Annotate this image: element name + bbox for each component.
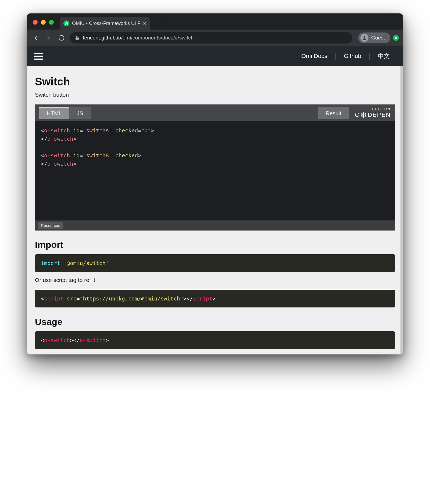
codepen-logo: CDEPEN (355, 111, 391, 118)
svg-point-0 (364, 36, 366, 38)
browser-window: W OMIU - Cross-Frameworks UI F × + tence… (27, 13, 403, 354)
nav-separator: │ (334, 53, 338, 60)
tab-title: OMIU - Cross-Frameworks UI F (72, 21, 140, 26)
header-nav: Omi Docs │ Github │ 中文 (295, 52, 396, 60)
codepen-tabbar: HTML JS Result EDIT ON CDEPEN (35, 104, 395, 121)
nav-separator: │ (368, 53, 371, 60)
code-usage: <o-switch></o-switch> (35, 331, 395, 349)
page-content: Switch Switch button HTML JS Result EDIT… (27, 66, 403, 354)
codepen-edit-label: EDIT ON (372, 107, 391, 111)
new-tab-button[interactable]: + (154, 18, 164, 28)
avatar-icon (360, 34, 368, 42)
app-header: Omi Docs │ Github │ 中文 (27, 46, 403, 66)
window-controls (31, 20, 58, 30)
lock-icon (75, 35, 80, 40)
window-zoom-icon[interactable] (49, 20, 54, 25)
profile-label: Guest (371, 35, 385, 41)
browser-tabstrip: W OMIU - Cross-Frameworks UI F × + (27, 13, 403, 30)
section-usage-heading: Usage (35, 317, 395, 327)
nav-link-zh[interactable]: 中文 (371, 52, 396, 60)
browser-tab[interactable]: W OMIU - Cross-Frameworks UI F × (60, 17, 150, 30)
url-text: tencent.github.io/omi/components/docs/#/… (83, 35, 194, 41)
codepen-brand[interactable]: EDIT ON CDEPEN (355, 107, 391, 118)
nav-link-github[interactable]: Github (337, 53, 368, 60)
browser-toolbar: tencent.github.io/omi/components/docs/#/… (27, 30, 403, 46)
nav-link-omidocs[interactable]: Omi Docs (295, 53, 334, 60)
window-close-icon[interactable] (33, 20, 38, 25)
page-subtitle: Switch button (35, 92, 395, 98)
codepen-resources-button[interactable]: Resources (38, 222, 63, 229)
tab-favicon-icon: W (63, 20, 69, 26)
codepen-tab-result[interactable]: Result (318, 107, 349, 119)
code-script-tag: <script src="https://unpkg.com/@omiu/swi… (35, 290, 395, 307)
window-minimize-icon[interactable] (41, 20, 46, 25)
codepen-tab-html[interactable]: HTML (39, 107, 69, 119)
nav-back-button[interactable] (31, 33, 40, 42)
import-note: Or use script tag to ref it. (35, 277, 395, 283)
menu-icon[interactable] (34, 53, 43, 60)
code-import: import '@omiu/switch' (35, 254, 395, 272)
nav-forward-button[interactable] (44, 33, 53, 42)
app-root: Omi Docs │ Github │ 中文 Switch Switch but… (27, 46, 403, 354)
nav-reload-button[interactable] (57, 33, 66, 42)
extension-icon[interactable]: ◆ (393, 35, 399, 41)
codepen-embed: HTML JS Result EDIT ON CDEPEN <o-switch … (35, 104, 395, 230)
codepen-tab-js[interactable]: JS (69, 107, 91, 119)
profile-guest-button[interactable]: Guest (358, 32, 390, 43)
codepen-footer: Resources (35, 220, 395, 230)
section-import-heading: Import (35, 240, 395, 250)
address-bar[interactable]: tencent.github.io/omi/components/docs/#/… (70, 32, 352, 43)
tab-close-icon[interactable]: × (143, 20, 146, 27)
codepen-code: <o-switch id="switchA" checked="0"> </o-… (35, 121, 395, 220)
page-title: Switch (35, 76, 395, 88)
